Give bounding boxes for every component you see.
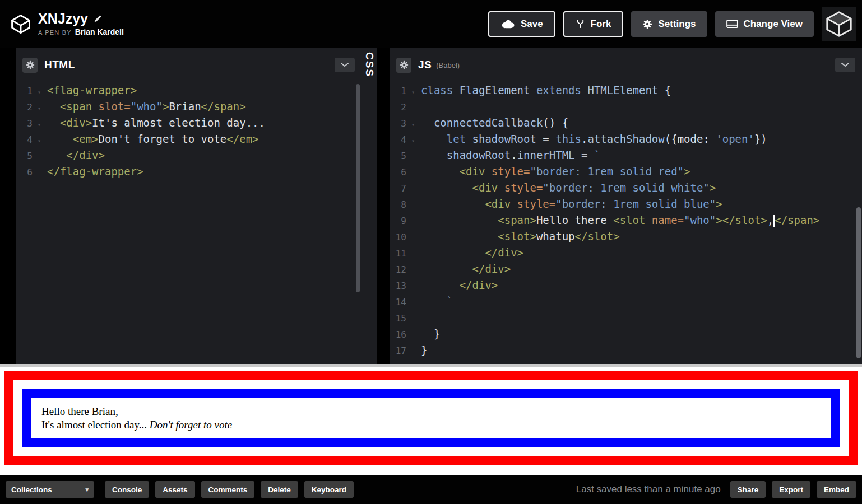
line-number: 9 — [390, 213, 406, 229]
top-header: XNJzyy A PEN BY Brian Kardell Save — [0, 0, 862, 48]
code-text: <div>It's almost election day... — [46, 116, 265, 129]
fold-arrow-icon[interactable]: ▾ — [406, 133, 420, 149]
flag-white-border: Hello there Brian, It's almost election … — [13, 380, 849, 456]
code-line: 16 } — [390, 326, 862, 342]
fold-arrow-icon[interactable]: ▾ — [33, 84, 46, 100]
line-number: 4 — [16, 132, 33, 148]
edit-title-icon[interactable] — [94, 15, 102, 23]
code-text: <span slot="who">Brian</span> — [46, 100, 246, 113]
profile-avatar[interactable] — [822, 7, 856, 41]
code-text: </div> — [420, 263, 511, 275]
change-view-button[interactable]: Change View — [715, 11, 814, 37]
line-number: 11 — [390, 245, 406, 262]
export-button[interactable]: Export — [772, 481, 810, 498]
html-editor-settings-button[interactable] — [22, 58, 38, 73]
preview-message-line: It's almost election day... Don't forget… — [41, 418, 821, 432]
author-link[interactable]: Brian Kardell — [75, 27, 124, 36]
code-text: } — [420, 328, 440, 340]
code-text: <flag-wrapper> — [46, 84, 137, 96]
cloud-icon — [500, 19, 515, 29]
pen-title: XNJzyy — [38, 12, 88, 26]
fork-button[interactable]: Fork — [563, 11, 624, 37]
js-editor-sublabel: (Babel) — [436, 61, 460, 69]
settings-label: Settings — [658, 18, 696, 30]
line-number: 17 — [390, 343, 406, 359]
code-text: ` — [420, 295, 453, 307]
line-number: 14 — [390, 294, 406, 310]
gear-icon — [642, 19, 652, 29]
comments-button[interactable]: Comments — [201, 481, 255, 498]
js-collapse-button[interactable] — [835, 58, 855, 72]
code-line: 14 ` — [390, 293, 862, 310]
line-number: 5 — [16, 148, 33, 164]
code-line: 2▾ <span slot="who">Brian</span> — [16, 99, 362, 115]
code-text: class FlagElement extends HTMLElement { — [420, 84, 671, 96]
code-line: 7 <div style="border: 1rem solid white"> — [390, 180, 862, 196]
code-line: 6 <div style="border: 1rem solid red"> — [390, 164, 862, 180]
line-number: 16 — [390, 326, 406, 343]
save-button[interactable]: Save — [488, 11, 555, 37]
code-line: 4▾ <em>Don't forget to vote</em> — [16, 131, 362, 147]
brand-block: XNJzyy A PEN BY Brian Kardell — [10, 12, 124, 36]
title-block: XNJzyy A PEN BY Brian Kardell — [38, 12, 124, 36]
fold-arrow-icon[interactable]: ▾ — [33, 100, 46, 116]
dropdown-caret-icon: ▾ — [85, 486, 89, 493]
fork-label: Fork — [591, 18, 611, 30]
js-editor-title: JS — [418, 59, 432, 71]
last-saved-status: Last saved less than a minute ago — [576, 484, 721, 495]
delete-button[interactable]: Delete — [261, 481, 298, 498]
code-text: connectedCallback() { — [420, 116, 568, 129]
code-text: </flag-wrapper> — [46, 165, 143, 178]
settings-button[interactable]: Settings — [631, 11, 707, 37]
fold-arrow-icon[interactable]: ▾ — [33, 133, 46, 149]
line-number: 10 — [390, 229, 406, 245]
fold-arrow-icon[interactable]: ▾ — [33, 116, 46, 133]
code-line: 9 <span>Hello there <slot name="who"></s… — [390, 212, 862, 228]
preview-pane: Hello there Brian, It's almost election … — [0, 364, 862, 475]
flag-blue-border: Hello there Brian, It's almost election … — [22, 389, 840, 447]
line-number: 6 — [16, 164, 33, 180]
codepen-logo-icon[interactable] — [10, 13, 31, 35]
code-line: 11 </div> — [390, 245, 862, 261]
flag-red-border: Hello there Brian, It's almost election … — [4, 371, 858, 465]
line-number: 12 — [390, 262, 406, 278]
css-editor-title: CSS — [363, 52, 376, 77]
code-line: 10 <slot>whatup</slot> — [390, 228, 862, 245]
js-code-area[interactable]: 1▾class FlagElement extends HTMLElement … — [390, 78, 862, 358]
line-number: 7 — [390, 180, 406, 197]
js-editor-panel: JS (Babel) 1▾class FlagElement extends H… — [390, 48, 862, 364]
html-collapse-button[interactable] — [335, 58, 355, 72]
code-text: <slot>whatup</slot> — [420, 230, 620, 242]
share-button[interactable]: Share — [730, 481, 766, 498]
css-editor-collapsed[interactable]: CSS — [362, 48, 377, 364]
header-actions: Save Fork — [488, 7, 856, 41]
code-line: 5 </div> — [16, 147, 362, 164]
js-editor-settings-button[interactable] — [396, 58, 411, 73]
footer-bar: Collections ▾ Console Assets Comments De… — [0, 475, 862, 504]
code-text — [420, 100, 421, 113]
js-editor-scrollbar[interactable] — [856, 207, 861, 358]
html-editor-title: HTML — [44, 59, 75, 71]
fold-arrow-icon[interactable]: ▾ — [406, 84, 420, 100]
fold-arrow-icon[interactable]: ▾ — [406, 116, 420, 133]
code-line: 4▾ let shadowRoot = this.attachShadow({m… — [390, 131, 862, 147]
keyboard-button[interactable]: Keyboard — [304, 481, 354, 498]
js-editor-header: JS (Babel) — [390, 48, 862, 78]
collections-dropdown[interactable]: Collections ▾ — [6, 481, 94, 498]
save-label: Save — [521, 18, 543, 30]
html-editor-scrollbar[interactable] — [356, 84, 360, 292]
line-number: 8 — [390, 197, 406, 213]
code-line: 1▾<flag-wrapper> — [16, 82, 362, 99]
code-text: <div style="border: 1rem solid blue"> — [420, 198, 722, 210]
embed-button[interactable]: Embed — [817, 481, 856, 498]
code-text: <div style="border: 1rem solid white"> — [420, 181, 716, 194]
assets-button[interactable]: Assets — [155, 481, 194, 498]
code-line: 2 — [390, 99, 862, 115]
html-code-area[interactable]: 1▾<flag-wrapper>2▾ <span slot="who">Bria… — [16, 78, 362, 180]
collections-label: Collections — [11, 486, 52, 494]
html-editor-header: HTML — [16, 48, 362, 78]
console-button[interactable]: Console — [105, 481, 149, 498]
line-number: 15 — [390, 310, 406, 326]
line-number: 5 — [390, 148, 406, 164]
fork-icon — [576, 19, 585, 29]
